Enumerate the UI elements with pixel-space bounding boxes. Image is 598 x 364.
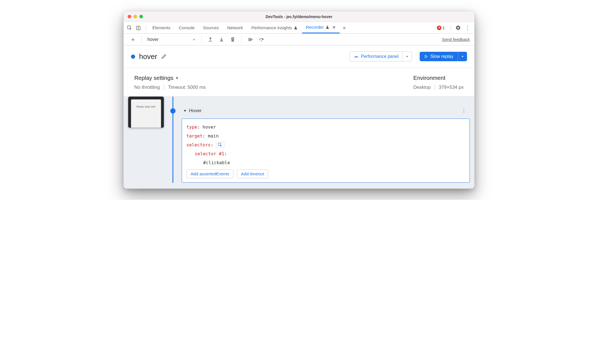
- flask-icon: [325, 25, 329, 29]
- timeout-value: Timeout: 5000 ms: [168, 85, 206, 90]
- thumbnail-column: Hover over me!: [128, 97, 164, 183]
- devtools-window: DevTools - jec.fyi/demo/menu-hover Eleme…: [123, 11, 475, 189]
- add-asserted-events-button[interactable]: Add assertedEvents: [186, 169, 234, 178]
- tab-console[interactable]: Console: [175, 22, 199, 33]
- import-icon[interactable]: [217, 37, 226, 42]
- recording-name: hover: [139, 52, 157, 61]
- device-value: Desktop: [413, 85, 431, 90]
- send-feedback-link[interactable]: Send feedback: [442, 37, 470, 42]
- gauge-icon: [354, 54, 359, 59]
- svg-rect-2: [138, 27, 140, 30]
- step-play-icon[interactable]: [245, 37, 255, 42]
- settings-row: Replay settings No throttling Timeout: 5…: [124, 68, 474, 97]
- slow-replay-button[interactable]: Slow replay: [420, 52, 458, 61]
- thumbnail-text: Hover over me!: [137, 105, 155, 108]
- tab-elements[interactable]: Elements: [149, 22, 174, 33]
- screenshot-thumbnail[interactable]: Hover over me!: [128, 97, 164, 128]
- dimensions-value: 379×534 px: [439, 85, 464, 90]
- replay-settings-toggle[interactable]: Replay settings: [134, 75, 206, 81]
- more-tabs-icon[interactable]: »: [340, 25, 349, 31]
- replay-dropdown[interactable]: [458, 52, 467, 61]
- divider: [146, 25, 146, 31]
- environment-title: Environment: [413, 75, 464, 81]
- timeline: Hover ⋮ type: hover target: main selecto…: [169, 97, 470, 183]
- step-over-icon[interactable]: [257, 37, 266, 42]
- inspect-element-icon[interactable]: [127, 25, 132, 30]
- chevron-down-icon: [405, 55, 409, 58]
- error-icon: ✕: [437, 26, 441, 30]
- divider: [164, 85, 164, 90]
- step-title: Hover: [189, 108, 201, 114]
- more-menu-icon[interactable]: ⋮: [464, 24, 471, 31]
- add-timeout-button[interactable]: Add timeout: [237, 169, 268, 178]
- new-recording-button[interactable]: ＋: [128, 35, 138, 44]
- chevron-right-icon: [176, 76, 179, 80]
- recording-select[interactable]: hover: [146, 37, 198, 42]
- environment-settings: Environment Desktop 379×534 px: [413, 75, 464, 90]
- recording-header: hover Performance panel Slow replay: [124, 45, 474, 68]
- divider: [142, 36, 142, 43]
- recorder-toolbar: ＋ hover Send feedback: [124, 34, 474, 45]
- tab-recorder[interactable]: Recorder ✕: [302, 22, 340, 33]
- titlebar: DevTools - jec.fyi/demo/menu-hover: [124, 11, 474, 22]
- step-marker-icon: [170, 108, 176, 114]
- export-icon[interactable]: [206, 37, 215, 42]
- divider: [241, 36, 242, 43]
- window-title: DevTools - jec.fyi/demo/menu-hover: [124, 14, 474, 19]
- replay-button-group: Slow replay: [420, 52, 467, 61]
- performance-panel-dropdown[interactable]: [403, 51, 412, 62]
- steps-content: Hover over me! Hover ⋮ type: hover targe…: [124, 97, 474, 188]
- settings-gear-icon[interactable]: [455, 25, 461, 31]
- performance-panel-button[interactable]: Performance panel: [349, 51, 403, 62]
- divider: [451, 25, 451, 31]
- selector-picker-button[interactable]: [216, 142, 224, 148]
- replay-settings: Replay settings No throttling Timeout: 5…: [134, 75, 206, 90]
- error-badge[interactable]: ✕ 1: [436, 26, 446, 30]
- delete-icon[interactable]: [228, 37, 237, 42]
- svg-point-4: [356, 57, 357, 58]
- recording-indicator-icon: [131, 55, 135, 59]
- tab-performance-insights[interactable]: Performance insights: [247, 22, 302, 33]
- step-header[interactable]: Hover ⋮: [182, 107, 470, 115]
- chevron-down-icon: [461, 55, 464, 58]
- divider: [201, 36, 202, 43]
- step-card: Hover ⋮ type: hover target: main selecto…: [182, 107, 470, 183]
- device-toolbar-icon[interactable]: [136, 25, 141, 30]
- performance-panel-button-group: Performance panel: [349, 51, 412, 62]
- selector-value[interactable]: #clickable: [203, 160, 230, 165]
- svg-point-3: [261, 40, 262, 41]
- close-tab-icon[interactable]: ✕: [332, 25, 336, 30]
- collapse-icon: [183, 109, 187, 112]
- edit-name-icon[interactable]: [161, 54, 167, 59]
- divider: [435, 85, 435, 90]
- panel-tabbar: Elements Console Sources Network Perform…: [124, 22, 474, 34]
- throttling-value: No throttling: [134, 85, 160, 90]
- chevron-down-icon: [192, 38, 196, 41]
- flask-icon: [294, 26, 298, 30]
- tab-sources[interactable]: Sources: [199, 22, 223, 33]
- play-icon: [424, 55, 428, 58]
- step-more-menu[interactable]: ⋮: [460, 108, 468, 114]
- step-body[interactable]: type: hover target: main selectors: sele…: [182, 119, 470, 183]
- tab-network[interactable]: Network: [223, 22, 247, 33]
